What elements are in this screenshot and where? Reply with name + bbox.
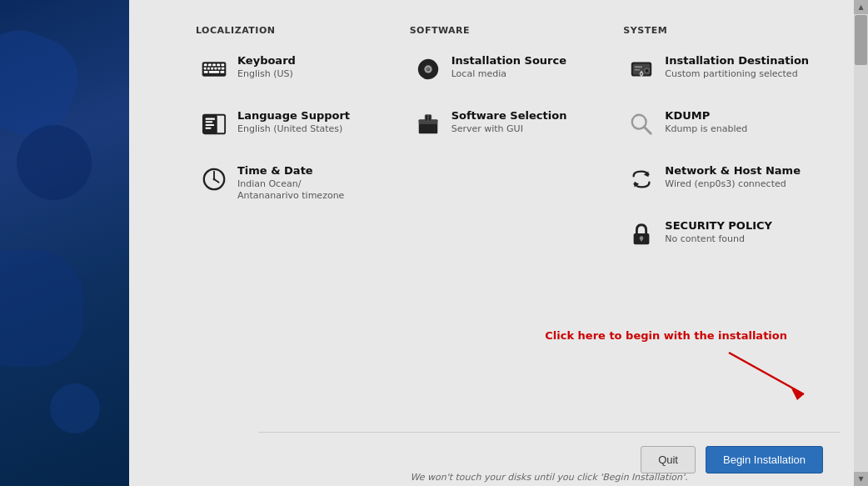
svg-rect-13 [209, 71, 219, 73]
svg-rect-5 [221, 63, 224, 66]
package-icon [413, 109, 443, 139]
svg-rect-10 [218, 68, 221, 70]
menu-item-language[interactable]: Language Support English (United States) [196, 106, 410, 143]
language-icon [199, 109, 229, 139]
svg-rect-6 [204, 68, 207, 70]
svg-rect-36 [635, 66, 642, 68]
annotation-arrow [721, 348, 821, 407]
scroll-up-button[interactable]: ▲ [854, 0, 868, 14]
kdump-text: KDUMP Kdump is enabled [665, 109, 747, 135]
scroll-track[interactable] [854, 14, 868, 472]
main-content: LOCALIZATION [129, 0, 854, 486]
svg-rect-2 [208, 63, 212, 66]
svg-rect-44 [641, 238, 642, 242]
time-date-subtitle: Indian Ocean/ Antananarivo timezone [237, 178, 344, 203]
software-selection-title: Software Selection [451, 109, 567, 122]
time-date-text: Time & Date Indian Ocean/ Antananarivo t… [237, 164, 344, 203]
quit-button[interactable]: Quit [641, 446, 696, 473]
menu-item-kdump[interactable]: KDUMP Kdump is enabled [623, 106, 837, 143]
kdump-subtitle: Kdump is enabled [665, 123, 747, 135]
svg-line-45 [729, 353, 804, 394]
footer-note: We won't touch your disks until you clic… [258, 472, 840, 483]
menu-item-installation-source[interactable]: Installation Source Local media [410, 51, 624, 88]
menu-item-keyboard[interactable]: Keyboard English (US) [196, 51, 410, 88]
security-policy-subtitle: No content found [665, 233, 772, 245]
menu-item-network-hostname[interactable]: Network & Host Name Wired (enp0s3) conne… [623, 161, 837, 198]
language-text: Language Support English (United States) [237, 109, 350, 135]
svg-point-35 [645, 68, 650, 73]
network-hostname-title: Network & Host Name [665, 164, 801, 177]
svg-rect-8 [211, 68, 213, 70]
clock-icon [199, 164, 229, 194]
scroll-down-button[interactable]: ▼ [854, 472, 868, 486]
installation-source-title: Installation Source [451, 54, 566, 67]
menu-item-software-selection[interactable]: Software Selection Server with GUI [410, 106, 624, 143]
sidebar [0, 0, 129, 486]
language-subtitle: English (United States) [237, 123, 350, 135]
network-hostname-text: Network & Host Name Wired (enp0s3) conne… [665, 164, 801, 190]
svg-rect-11 [222, 68, 224, 70]
annotation-text: Click here to begin with the installatio… [545, 329, 787, 342]
installation-destination-title: Installation Destination [665, 54, 809, 67]
installation-destination-subtitle: Custom partitioning selected [665, 68, 809, 80]
svg-rect-19 [206, 124, 214, 126]
time-date-title: Time & Date [237, 164, 344, 177]
category-software: SOFTWARE Installation Source Local media [410, 25, 624, 478]
svg-rect-18 [206, 121, 212, 123]
installation-source-text: Installation Source Local media [451, 54, 566, 80]
svg-rect-1 [204, 63, 207, 66]
installation-source-subtitle: Local media [451, 68, 566, 80]
category-title-software: SOFTWARE [410, 25, 624, 36]
keyboard-title: Keyboard [237, 54, 296, 67]
language-title: Language Support [237, 109, 350, 122]
keyboard-text: Keyboard English (US) [237, 54, 296, 80]
svg-rect-3 [212, 63, 216, 66]
search-magnify-icon [626, 109, 656, 139]
menu-item-installation-destination[interactable]: Installation Destination Custom partitio… [623, 51, 837, 88]
menu-item-time-date[interactable]: Time & Date Indian Ocean/ Antananarivo t… [196, 161, 410, 206]
svg-rect-9 [214, 68, 217, 70]
category-localization: LOCALIZATION [196, 25, 410, 478]
network-hostname-subtitle: Wired (enp0s3) connected [665, 178, 801, 190]
menu-item-security-policy[interactable]: SECURITY POLICY No content found [623, 216, 837, 253]
network-icon [626, 164, 656, 194]
keyboard-subtitle: English (US) [237, 68, 296, 80]
hdd-icon [626, 54, 656, 84]
category-title-system: SYSTEM [623, 25, 837, 36]
disc-icon [413, 54, 443, 84]
svg-rect-7 [207, 68, 210, 70]
svg-rect-12 [204, 71, 208, 73]
begin-installation-button[interactable]: Begin Installation [706, 446, 823, 473]
security-policy-title: SECURITY POLICY [665, 219, 772, 232]
installation-destination-text: Installation Destination Custom partitio… [665, 54, 809, 80]
svg-rect-20 [206, 128, 212, 129]
keyboard-icon [199, 54, 229, 84]
svg-rect-14 [221, 71, 225, 73]
svg-rect-37 [635, 69, 641, 70]
category-system: SYSTEM [623, 25, 837, 478]
software-selection-subtitle: Server with GUI [451, 123, 567, 135]
annotation-area: Click here to begin with the installatio… [262, 329, 837, 407]
svg-point-24 [213, 178, 216, 181]
security-policy-text: SECURITY POLICY No content found [665, 219, 772, 245]
svg-rect-17 [206, 118, 215, 120]
scroll-thumb[interactable] [855, 15, 867, 65]
kdump-title: KDUMP [665, 109, 747, 122]
svg-line-39 [645, 127, 651, 133]
software-selection-text: Software Selection Server with GUI [451, 109, 567, 135]
scrollbar[interactable]: ▲ ▼ [854, 0, 868, 486]
svg-point-28 [427, 68, 429, 70]
category-title-localization: LOCALIZATION [196, 25, 410, 36]
svg-rect-4 [217, 63, 220, 66]
lock-icon [626, 219, 656, 249]
